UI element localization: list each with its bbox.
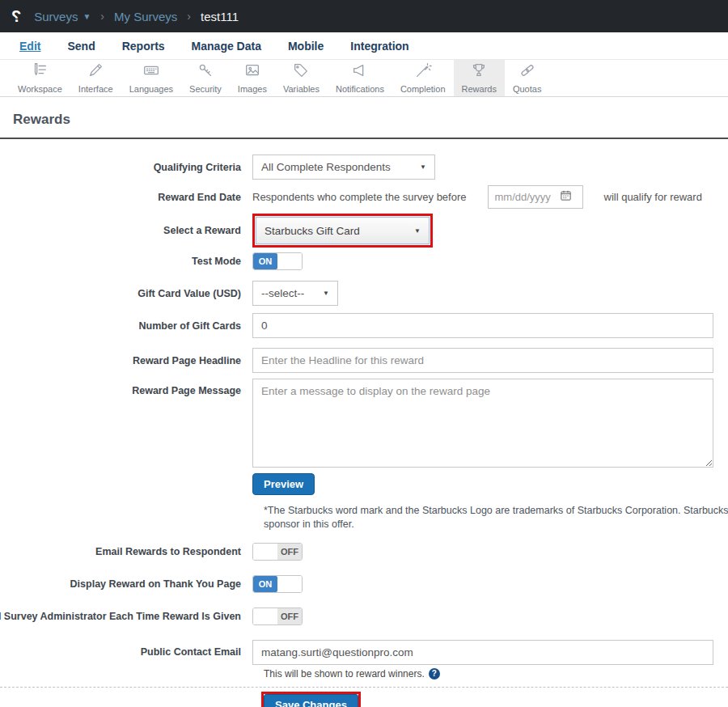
test-mode-toggle[interactable]: ON bbox=[252, 252, 303, 270]
chevron-down-icon: ▼ bbox=[414, 227, 421, 235]
select-reward-select[interactable]: Starbucks Gift Card ▼ bbox=[256, 217, 430, 244]
images-icon bbox=[243, 61, 262, 83]
rewards-trophy-icon bbox=[469, 61, 489, 83]
gift-card-value-label: Gift Card Value (USD) bbox=[138, 288, 241, 299]
languages-icon bbox=[142, 61, 161, 83]
page-title: Rewards bbox=[13, 112, 715, 128]
end-date-field[interactable] bbox=[488, 185, 583, 209]
headline-input[interactable] bbox=[252, 348, 713, 373]
email-admin-toggle[interactable]: OFF bbox=[252, 608, 303, 625]
breadcrumb-separator: › bbox=[100, 10, 104, 23]
rewards-form: Qualifying Criteria All Complete Respond… bbox=[0, 139, 728, 707]
toolbar-item-workspace[interactable]: Workspace bbox=[10, 60, 70, 96]
quotas-chain-icon bbox=[518, 61, 537, 83]
interface-icon bbox=[86, 61, 105, 83]
headline-label: Reward Page Headline bbox=[133, 355, 241, 366]
tab-manage-data[interactable]: Manage Data bbox=[192, 40, 261, 53]
end-date-prefix-text: Respondents who complete the survey befo… bbox=[252, 191, 467, 203]
email-rewards-label: Email Rewards to Respondent bbox=[95, 546, 241, 557]
toolbar-item-quotas[interactable]: Quotas bbox=[505, 60, 549, 96]
save-changes-button[interactable]: Save Changes bbox=[264, 694, 358, 707]
num-gift-cards-label: Number of Gift Cards bbox=[139, 320, 241, 332]
email-rewards-toggle[interactable]: OFF bbox=[252, 543, 303, 561]
breadcrumb-surveys[interactable]: Surveys bbox=[34, 10, 78, 23]
reward-end-date-label: Reward End Date bbox=[158, 192, 241, 203]
email-admin-label: Email Survey Administrator Each Time Rew… bbox=[0, 611, 241, 622]
calendar-icon[interactable] bbox=[560, 189, 572, 205]
breadcrumb-my-surveys[interactable]: My Surveys bbox=[114, 10, 177, 23]
dashed-divider bbox=[0, 687, 728, 688]
gift-card-value-select[interactable]: --select-- ▼ bbox=[252, 281, 338, 306]
annotation-highlight-select-reward: Starbucks Gift Card ▼ bbox=[252, 214, 433, 248]
main-tab-bar: Edit Send Reports Manage Data Mobile Int… bbox=[0, 32, 728, 60]
message-label: Reward Page Message bbox=[132, 385, 241, 396]
public-email-helper: This will be shown to reward winners. ? bbox=[264, 668, 728, 679]
toolbar-item-interface[interactable]: Interface bbox=[70, 60, 121, 96]
top-header-bar: ? Surveys ▼ › My Surveys › test111 bbox=[0, 0, 728, 32]
tab-mobile[interactable]: Mobile bbox=[288, 40, 324, 53]
toolbar-item-images[interactable]: Images bbox=[230, 60, 275, 96]
end-date-suffix-text: will qualify for reward bbox=[604, 191, 702, 203]
toolbar-item-security[interactable]: Security bbox=[181, 60, 230, 96]
end-date-input[interactable] bbox=[495, 191, 560, 203]
select-reward-label: Select a Reward bbox=[163, 225, 241, 236]
display-reward-label: Display Reward on Thank You Page bbox=[70, 578, 241, 590]
toolbar-item-languages[interactable]: Languages bbox=[121, 60, 181, 96]
toolbar-item-notifications[interactable]: Notifications bbox=[328, 60, 392, 96]
toolbar-item-rewards[interactable]: Rewards bbox=[454, 60, 505, 96]
tab-send[interactable]: Send bbox=[67, 40, 95, 53]
tab-edit[interactable]: Edit bbox=[19, 40, 40, 53]
chevron-down-icon: ▼ bbox=[323, 290, 329, 297]
tab-reports[interactable]: Reports bbox=[122, 40, 165, 53]
security-icon bbox=[196, 61, 215, 83]
display-reward-toggle[interactable]: ON bbox=[252, 575, 303, 593]
public-email-label: Public Contact Email bbox=[141, 646, 241, 658]
edit-icon-toolbar: Workspace Interface Languages Security I… bbox=[0, 60, 728, 97]
breadcrumb-current-survey: test111 bbox=[201, 10, 239, 23]
chevron-down-icon[interactable]: ▼ bbox=[83, 12, 91, 21]
public-email-input[interactable] bbox=[252, 640, 713, 665]
questionpro-logo-icon[interactable]: ? bbox=[11, 8, 21, 24]
variables-icon bbox=[291, 61, 311, 83]
tab-integration[interactable]: Integration bbox=[350, 40, 408, 53]
chevron-down-icon: ▼ bbox=[420, 163, 426, 171]
completion-icon bbox=[413, 61, 433, 83]
qualifying-criteria-select[interactable]: All Complete Respondents ▼ bbox=[252, 155, 435, 180]
help-icon[interactable]: ? bbox=[429, 668, 440, 679]
preview-button[interactable]: Preview bbox=[252, 473, 315, 495]
breadcrumb-separator: › bbox=[187, 10, 191, 23]
test-mode-label: Test Mode bbox=[192, 256, 241, 267]
notifications-icon bbox=[350, 61, 370, 83]
num-gift-cards-input[interactable] bbox=[252, 313, 713, 338]
message-textarea[interactable] bbox=[252, 379, 713, 468]
toolbar-item-completion[interactable]: Completion bbox=[392, 60, 454, 96]
starbucks-trademark-note: *The Starbucks word mark and the Starbuc… bbox=[264, 504, 728, 531]
workspace-icon bbox=[30, 61, 49, 83]
qualifying-criteria-label: Qualifying Criteria bbox=[154, 162, 241, 173]
toolbar-item-variables[interactable]: Variables bbox=[275, 60, 328, 96]
annotation-highlight-save: Save Changes bbox=[261, 692, 361, 707]
